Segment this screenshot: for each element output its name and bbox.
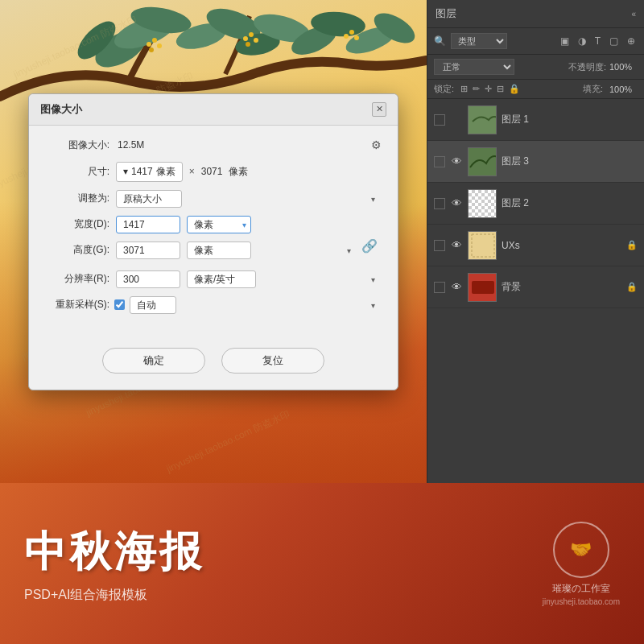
chevron-down-icon: ▾ (123, 166, 128, 177)
panel-search-row: 🔍 类型 ▣ ◑ T ▢ ⊕ (427, 28, 644, 55)
dim-dropdown[interactable]: ▾ 1417 像素 (116, 162, 183, 182)
svg-point-13 (152, 38, 157, 43)
promo-title: 中秋海报 (24, 524, 204, 580)
svg-point-22 (354, 35, 359, 40)
width-row: 宽度(D): 像素 (45, 216, 357, 233)
width-input[interactable] (116, 216, 180, 233)
resample-label: 重新采样(S): (45, 298, 109, 312)
height-unit-select[interactable]: 像素 (187, 242, 251, 259)
resample-checkbox[interactable] (114, 299, 125, 310)
resample-method-select[interactable]: 自动 (130, 296, 176, 314)
dim-width-value: 1417 (131, 166, 153, 177)
layer-eye-icon[interactable]: 👁 (450, 281, 463, 294)
fill-value[interactable]: 100% (609, 85, 638, 94)
svg-rect-25 (469, 231, 496, 260)
layer-name-text: 图层 2 (502, 196, 638, 210)
logo-brand: 璀璨の工作室 (543, 582, 620, 596)
layer-name-text: 图层 1 (502, 113, 638, 126)
checkerboard-lock-icon[interactable]: ⊞ (460, 84, 468, 94)
dim-height-value: 3071 (201, 166, 223, 177)
opacity-label: 不透明度: (568, 61, 606, 73)
chain-link-icon[interactable]: 🔗 (358, 238, 381, 254)
background-lock-icon: 🔒 (626, 282, 638, 292)
link-constraint-icon-wrap: 🔗 (357, 222, 382, 270)
res-unit-wrap: 像素/英寸 (187, 270, 382, 288)
height-input[interactable] (116, 242, 180, 259)
search-icon: 🔍 (434, 35, 446, 47)
resize-select-wrap: 原稿大小 (116, 190, 382, 208)
svg-point-18 (254, 38, 258, 43)
svg-rect-23 (469, 105, 496, 134)
layer-eye-icon[interactable]: 👁 (450, 239, 463, 252)
dimensions-row: 尺寸: ▾ 1417 像素 × 3071 像素 (45, 162, 382, 182)
dim-label: 尺寸: (45, 165, 109, 179)
layer-name-text: 图层 3 (502, 155, 638, 168)
layer-item[interactable]: 👁 图层 2 (427, 183, 644, 225)
layer-name-text: 背景 (502, 280, 621, 294)
height-label: 高度(G): (45, 243, 109, 257)
layer-item[interactable]: 👁 背景 🔒 (427, 266, 644, 308)
move-lock-icon[interactable]: ✛ (485, 84, 492, 94)
svg-point-12 (147, 42, 151, 47)
dialog-close-button[interactable]: ✕ (372, 102, 386, 117)
shape-filter-icon[interactable]: ▢ (607, 34, 621, 48)
pixel-filter-icon[interactable]: ▣ (558, 34, 572, 48)
layer-eye-icon[interactable]: 👁 (450, 155, 463, 168)
adjustment-filter-icon[interactable]: ◑ (576, 34, 588, 48)
brush-lock-icon[interactable]: ✏ (473, 84, 480, 94)
opacity-value[interactable]: 100% (609, 62, 638, 72)
layer-eye-icon[interactable]: 👁 (450, 197, 463, 210)
dim-unit2: 像素 (229, 165, 248, 179)
layer-eye-icon[interactable] (450, 114, 463, 126)
resolution-input[interactable] (116, 270, 180, 288)
layer-visibility-checkbox[interactable] (434, 198, 445, 209)
layer-thumbnail (468, 105, 497, 134)
panel-collapse-button[interactable]: « (631, 10, 636, 19)
width-label: 宽度(D): (45, 217, 109, 231)
dialog-body: 图像大小: 12.5M ⚙ 尺寸: ▾ 1417 像素 × 3071 像素 调整… (29, 126, 398, 335)
smart-filter-icon[interactable]: ⊕ (625, 34, 638, 48)
resample-row: 重新采样(S): 自动 (45, 296, 382, 314)
resample-method-wrap: 自动 (130, 296, 382, 314)
reset-button[interactable]: 复位 (221, 348, 324, 374)
fill-label: 填充: (583, 83, 603, 95)
svg-rect-28 (472, 281, 494, 294)
layer-visibility-checkbox[interactable] (434, 240, 445, 251)
layer-visibility-checkbox[interactable] (434, 282, 445, 293)
width-unit-select[interactable]: 像素 (187, 216, 251, 233)
layer-visibility-checkbox[interactable] (434, 156, 445, 167)
dim-x-separator: × (189, 166, 195, 177)
resize-row: 调整为: 原稿大小 (45, 190, 382, 208)
svg-point-15 (149, 47, 154, 52)
layer-thumbnail (468, 273, 497, 302)
blend-mode-select[interactable]: 正常 (434, 59, 514, 75)
layer-name-text: UXs (502, 240, 621, 251)
layer-item[interactable]: 👁 图层 3 (427, 141, 644, 183)
all-lock-icon[interactable]: 🔒 (509, 84, 520, 94)
ok-button[interactable]: 确定 (102, 348, 205, 374)
layer-visibility-checkbox[interactable] (434, 114, 445, 126)
promo-subtitle: PSD+AI组合海报模板 (24, 587, 221, 604)
svg-point-16 (243, 36, 248, 41)
settings-gear-icon[interactable]: ⚙ (371, 138, 382, 151)
resolution-unit-select[interactable]: 像素/英寸 (187, 270, 256, 288)
height-unit-wrap: 像素 (187, 242, 357, 259)
width-unit-wrap: 像素 (187, 216, 251, 233)
resize-select[interactable]: 原稿大小 (116, 190, 182, 208)
text-filter-icon[interactable]: T (592, 34, 603, 48)
artboard-lock-icon[interactable]: ⊟ (497, 84, 504, 94)
layer-type-select[interactable]: 类型 (451, 33, 507, 49)
lock-icons-group: ⊞ ✏ ✛ ⊟ 🔒 (460, 84, 520, 94)
layer-item[interactable]: 👁 UXs 🔒 (427, 225, 644, 266)
resolution-row: 分辨率(R): 像素/英寸 (45, 270, 382, 288)
size-value: 12.5M (118, 139, 144, 151)
svg-point-20 (344, 34, 349, 39)
logo-circle: 🤝 (553, 522, 609, 578)
width-height-group: 宽度(D): 像素 高度(G): (45, 216, 382, 270)
lock-icon: 🔒 (626, 240, 638, 250)
lock-label: 锁定: (434, 83, 454, 95)
svg-point-17 (249, 32, 254, 37)
opacity-row: 不透明度: 100% (568, 61, 638, 73)
layer-item[interactable]: 图层 1 (427, 99, 644, 141)
lock-row: 锁定: ⊞ ✏ ✛ ⊟ 🔒 填充: 100% (427, 80, 644, 99)
